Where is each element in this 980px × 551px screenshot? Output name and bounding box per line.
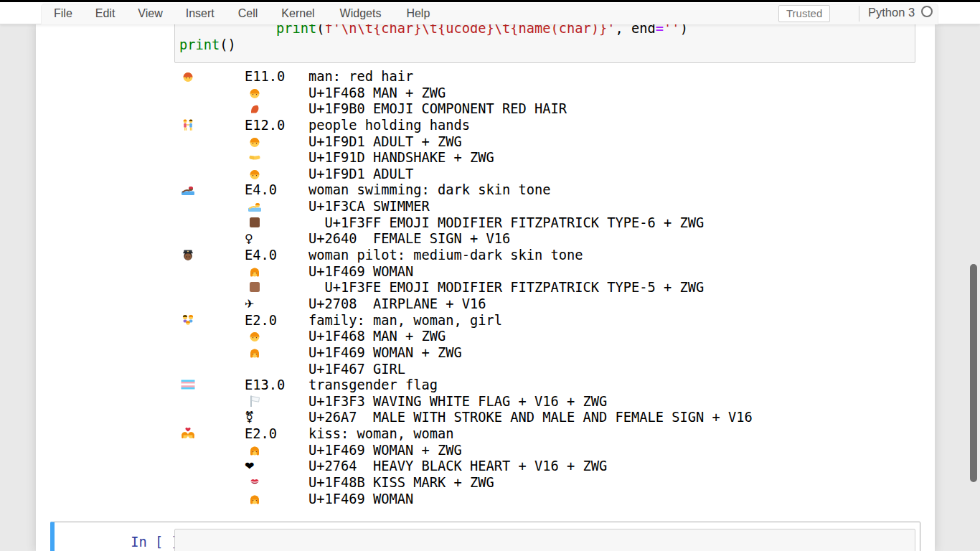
codepoint-text: U+1F468 MAN + ZWG (308, 85, 446, 102)
kernel-name: Python 3 (868, 6, 915, 19)
codepoint-text: U+1F469 WOMAN + ZWG (308, 443, 462, 459)
woman-swimming-dark-icon (181, 182, 197, 197)
man-icon (248, 329, 263, 344)
empty-cell-editor[interactable] (174, 529, 915, 551)
codepoint-text: U+1F468 MAN + ZWG (308, 329, 446, 345)
codepoint-text: U+1F467 GIRL (308, 362, 405, 378)
emoji-component-row: U+1F91D HANDSHAKE + ZWG (179, 150, 897, 166)
emoji-name: people holding hands (308, 118, 470, 134)
notebook-header: FileEditViewInsertCellKernelWidgetsHelp … (0, 2, 980, 24)
adult-icon (248, 166, 263, 182)
emoji-component-row: U+1F9D1 ADULT (179, 166, 897, 183)
emoji-component-row: U+1F48B KISS MARK + ZWG (179, 475, 897, 491)
selected-empty-cell[interactable]: In [ ]: (50, 522, 920, 551)
codepoint-text: U+1F3FE EMOJI MODIFIER FITZPATRICK TYPE-… (325, 280, 705, 296)
kiss-mark-icon (248, 475, 263, 490)
codepoint-text: U+1F9B0 EMOJI COMPONENT RED HAIR (308, 101, 567, 118)
emoji-name: family: man, woman, girl (308, 313, 502, 329)
emoji-group-row: E4.0woman swimming: dark skin tone (179, 182, 897, 199)
emoji-component-row: U+1F3F3 WAVING WHITE FLAG + V16 + ZWG (179, 394, 897, 410)
adult-icon (248, 134, 263, 149)
codepoint-text: U+2640 FEMALE SIGN + V16 (308, 231, 510, 248)
codepoint-text: U+26A7 MALE WITH STROKE AND MALE AND FEM… (308, 410, 753, 426)
heart-icon: ❤ (245, 458, 254, 475)
emoji-name: woman swimming: dark skin tone (308, 182, 551, 199)
codepoint-text: U+1F3FF EMOJI MODIFIER FITZPATRICK TYPE-… (325, 215, 705, 232)
emoji-component-row: U+1F467 GIRL (179, 362, 897, 378)
menu-item-widgets[interactable]: Widgets (326, 2, 395, 24)
man-red-hair-icon (181, 69, 197, 84)
emoji-group-row: E13.0transgender flag (179, 377, 897, 394)
transgender-symbol-icon: ⚧ (245, 410, 254, 426)
emoji-component-row: U+1F9D1 ADULT + ZWG (179, 134, 897, 151)
input-prompt: In [ ]: (55, 534, 187, 551)
menu-item-help[interactable]: Help (395, 2, 441, 24)
codepoint-text: U+1F9D1 ADULT (308, 166, 413, 183)
code-cell-editor[interactable]: print(f'\n\t{char}\t{ucode}\t{name(char)… (174, 19, 915, 63)
emoji-name: woman pilot: medium-dark skin tone (308, 248, 583, 264)
emoji-group-row: E2.0family: man, woman, girl (179, 313, 897, 329)
codepoint-text: U+1F91D HANDSHAKE + ZWG (308, 150, 494, 166)
output-area: E11.0man: red hair U+1F468 MAN + ZWGU+1F… (179, 69, 897, 507)
emoji-component-row: U+1F469 WOMAN (179, 491, 897, 508)
handshake-icon (248, 150, 263, 165)
emoji-component-row: U+1F469 WOMAN + ZWG (179, 443, 897, 459)
menubar: FileEditViewInsertCellKernelWidgetsHelp (41, 2, 441, 24)
trusted-badge[interactable]: Trusted (778, 5, 830, 22)
girl-icon (248, 362, 263, 377)
codepoint-text: U+1F9D1 ADULT + ZWG (308, 134, 462, 151)
white-flag-icon (248, 394, 263, 409)
codepoint-text: U+1F469 WOMAN (308, 491, 413, 508)
emoji-component-row: U+1F3CA SWIMMER (179, 199, 897, 215)
emoji-component-row: U+1F469 WOMAN (179, 264, 897, 281)
emoji-version: E2.0 (245, 426, 277, 443)
emoji-group-row: E12.0people holding hands (179, 118, 897, 134)
skin-type6-icon (248, 215, 263, 230)
codepoint-text: U+2708 AIRPLANE + V16 (308, 296, 486, 313)
kernel-idle-circle-icon (921, 6, 933, 17)
vertical-scrollbar-thumb[interactable] (970, 264, 977, 482)
emoji-group-row: E4.0woman pilot: medium-dark skin tone (179, 248, 897, 264)
woman-icon (248, 264, 263, 279)
emoji-group-row: E2.0kiss: woman, woman (179, 426, 897, 443)
emoji-name: kiss: woman, woman (308, 426, 454, 443)
menu-item-kernel[interactable]: Kernel (270, 2, 326, 24)
code-text: print(f'\n\t{char}\t{ucode}\t{name(char)… (179, 21, 688, 53)
emoji-component-row: U+1F3FE EMOJI MODIFIER FITZPATRICK TYPE-… (179, 280, 897, 296)
airplane-icon: ✈ (245, 296, 254, 313)
emoji-component-row: ✈U+2708 AIRPLANE + V16 (179, 296, 897, 313)
woman-icon (248, 491, 263, 507)
emoji-version: E2.0 (245, 313, 277, 329)
code-line-2: print() (179, 37, 688, 54)
codepoint-text: U+1F469 WOMAN (308, 264, 413, 281)
woman-pilot-dark-icon (181, 248, 197, 263)
emoji-component-row: ⚧U+26A7 MALE WITH STROKE AND MALE AND FE… (179, 410, 897, 426)
emoji-component-row: U+1F469 WOMAN + ZWG (179, 345, 897, 362)
emoji-component-row: U+1F9B0 EMOJI COMPONENT RED HAIR (179, 101, 897, 118)
emoji-component-row: U+1F3FF EMOJI MODIFIER FITZPATRICK TYPE-… (179, 215, 897, 232)
skin-type5-icon (248, 280, 263, 295)
emoji-version: E12.0 (245, 118, 285, 134)
emoji-component-row: U+1F468 MAN + ZWG (179, 329, 897, 345)
emoji-version: E4.0 (245, 248, 277, 264)
emoji-component-row: U+1F468 MAN + ZWG (179, 85, 897, 102)
notebook-container: print(f'\n\t{char}\t{ucode}\t{name(char)… (36, 24, 935, 551)
emoji-component-row: ♀U+2640 FEMALE SIGN + V16 (179, 231, 897, 248)
window-top-edge (0, 0, 980, 2)
menu-item-file[interactable]: File (42, 2, 84, 24)
codepoint-text: U+1F469 WOMAN + ZWG (308, 345, 462, 362)
kernel-divider (859, 6, 859, 22)
menu-item-cell[interactable]: Cell (226, 2, 270, 24)
codepoint-text: U+2764 HEAVY BLACK HEART + V16 + ZWG (308, 458, 607, 475)
woman-icon (248, 443, 263, 458)
red-hair-icon (248, 101, 263, 116)
emoji-component-row: ❤U+2764 HEAVY BLACK HEART + V16 + ZWG (179, 458, 897, 475)
menu-item-edit[interactable]: Edit (84, 2, 127, 24)
menu-item-insert[interactable]: Insert (174, 2, 226, 24)
codepoint-text: U+1F3CA SWIMMER (308, 199, 430, 215)
menu-item-view[interactable]: View (126, 2, 174, 24)
woman-icon (248, 345, 263, 360)
kiss-icon (181, 426, 197, 441)
people-holding-hands-icon (181, 118, 197, 133)
family-icon (181, 313, 197, 328)
